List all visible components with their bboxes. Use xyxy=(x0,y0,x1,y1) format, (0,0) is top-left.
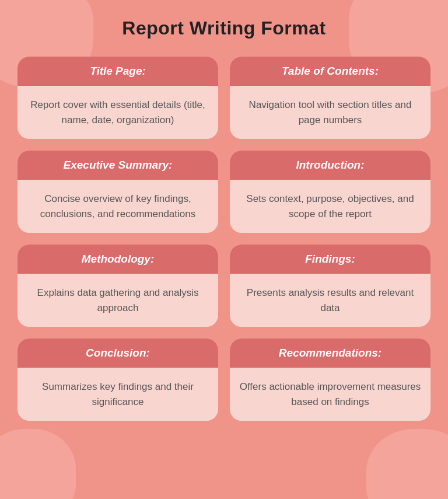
card-body-text-findings: Presents analysis results and relevant d… xyxy=(239,285,421,315)
main-content: Report Writing Format Title Page:Report … xyxy=(0,0,448,438)
card-body-introduction: Sets context, purpose, objectives, and s… xyxy=(230,180,430,233)
card-header-text-executive-summary: Executive Summary: xyxy=(64,159,173,171)
card-header-executive-summary: Executive Summary: xyxy=(18,151,218,180)
card-body-conclusion: Summarizes key findings and their signif… xyxy=(18,368,218,421)
card-body-recommendations: Offers actionable improvement measures b… xyxy=(230,368,430,421)
card-header-recommendations: Recommendations: xyxy=(230,339,430,368)
card-header-methodology: Methodology: xyxy=(18,245,218,274)
card-header-text-conclusion: Conclusion: xyxy=(86,347,150,359)
card-methodology: Methodology:Explains data gathering and … xyxy=(18,245,218,327)
card-recommendations: Recommendations:Offers actionable improv… xyxy=(230,339,430,421)
card-body-text-title-page: Report cover with essential details (tit… xyxy=(27,97,209,127)
card-header-text-introduction: Introduction: xyxy=(296,159,364,171)
card-title-page: Title Page:Report cover with essential d… xyxy=(18,57,218,139)
card-body-text-recommendations: Offers actionable improvement measures b… xyxy=(239,379,421,409)
card-executive-summary: Executive Summary:Concise overview of ke… xyxy=(18,151,218,233)
card-header-conclusion: Conclusion: xyxy=(18,339,218,368)
card-header-text-table-of-contents: Table of Contents: xyxy=(282,65,379,77)
card-body-text-conclusion: Summarizes key findings and their signif… xyxy=(27,379,209,409)
card-header-table-of-contents: Table of Contents: xyxy=(230,57,430,86)
card-findings: Findings:Presents analysis results and r… xyxy=(230,245,430,327)
decorative-blob-bottom-right xyxy=(366,429,448,499)
decorative-blob-bottom-left xyxy=(0,429,76,499)
card-introduction: Introduction:Sets context, purpose, obje… xyxy=(230,151,430,233)
card-body-executive-summary: Concise overview of key findings, conclu… xyxy=(18,180,218,233)
card-body-methodology: Explains data gathering and analysis app… xyxy=(18,274,218,327)
card-conclusion: Conclusion:Summarizes key findings and t… xyxy=(18,339,218,421)
card-body-text-executive-summary: Concise overview of key findings, conclu… xyxy=(27,191,209,221)
card-header-text-title-page: Title Page: xyxy=(90,65,146,77)
card-body-text-methodology: Explains data gathering and analysis app… xyxy=(27,285,209,315)
card-header-findings: Findings: xyxy=(230,245,430,274)
card-header-introduction: Introduction: xyxy=(230,151,430,180)
card-body-text-table-of-contents: Navigation tool with section titles and … xyxy=(239,97,421,127)
card-header-text-recommendations: Recommendations: xyxy=(279,347,382,359)
card-body-findings: Presents analysis results and relevant d… xyxy=(230,274,430,327)
card-body-text-introduction: Sets context, purpose, objectives, and s… xyxy=(239,191,421,221)
card-header-text-findings: Findings: xyxy=(305,253,355,265)
card-body-title-page: Report cover with essential details (tit… xyxy=(18,86,218,139)
cards-grid: Title Page:Report cover with essential d… xyxy=(18,57,430,421)
page-title: Report Writing Format xyxy=(18,18,430,39)
card-table-of-contents: Table of Contents:Navigation tool with s… xyxy=(230,57,430,139)
card-body-table-of-contents: Navigation tool with section titles and … xyxy=(230,86,430,139)
card-header-text-methodology: Methodology: xyxy=(82,253,155,265)
card-header-title-page: Title Page: xyxy=(18,57,218,86)
